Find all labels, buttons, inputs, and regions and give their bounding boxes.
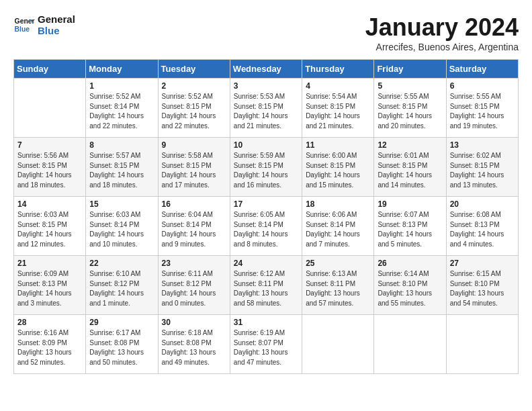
calendar-cell: 5Sunrise: 5:55 AM Sunset: 8:15 PM Daylig… (374, 79, 446, 138)
day-info: Sunrise: 6:14 AM Sunset: 8:10 PM Dayligh… (378, 269, 442, 308)
day-number: 7 (17, 140, 82, 150)
day-number: 25 (306, 259, 370, 268)
calendar-cell: 28Sunrise: 6:16 AM Sunset: 8:09 PM Dayli… (14, 315, 86, 374)
calendar-week-4: 21Sunrise: 6:09 AM Sunset: 8:13 PM Dayli… (14, 256, 519, 315)
day-info: Sunrise: 6:15 AM Sunset: 8:10 PM Dayligh… (450, 269, 515, 308)
calendar-cell: 31Sunrise: 6:19 AM Sunset: 8:07 PM Dayli… (230, 315, 302, 374)
day-number: 24 (234, 259, 298, 268)
calendar-cell: 4Sunrise: 5:54 AM Sunset: 8:15 PM Daylig… (302, 79, 374, 138)
calendar-cell: 8Sunrise: 5:57 AM Sunset: 8:15 PM Daylig… (86, 138, 158, 197)
day-number: 11 (306, 140, 370, 150)
day-info: Sunrise: 5:57 AM Sunset: 8:15 PM Dayligh… (89, 151, 154, 190)
calendar-cell: 11Sunrise: 6:00 AM Sunset: 8:15 PM Dayli… (302, 138, 374, 197)
day-info: Sunrise: 6:11 AM Sunset: 8:12 PM Dayligh… (162, 269, 226, 308)
calendar-cell (374, 315, 446, 374)
calendar-cell: 20Sunrise: 6:08 AM Sunset: 8:13 PM Dayli… (446, 197, 518, 256)
calendar-week-1: 1Sunrise: 5:52 AM Sunset: 8:14 PM Daylig… (14, 79, 519, 138)
day-number: 18 (306, 199, 370, 209)
day-number: 17 (234, 199, 298, 209)
day-info: Sunrise: 6:00 AM Sunset: 8:15 PM Dayligh… (306, 151, 370, 190)
calendar-cell: 27Sunrise: 6:15 AM Sunset: 8:10 PM Dayli… (446, 256, 518, 315)
day-info: Sunrise: 6:06 AM Sunset: 8:14 PM Dayligh… (306, 210, 370, 249)
calendar-cell: 21Sunrise: 6:09 AM Sunset: 8:13 PM Dayli… (14, 256, 86, 315)
day-number: 15 (89, 199, 154, 209)
day-info: Sunrise: 6:09 AM Sunset: 8:13 PM Dayligh… (17, 269, 82, 308)
day-info: Sunrise: 5:55 AM Sunset: 8:15 PM Dayligh… (450, 92, 515, 131)
day-number: 14 (17, 199, 82, 209)
day-info: Sunrise: 6:12 AM Sunset: 8:11 PM Dayligh… (234, 269, 298, 308)
calendar-cell: 2Sunrise: 5:52 AM Sunset: 8:15 PM Daylig… (158, 79, 230, 138)
svg-text:Blue: Blue (15, 26, 30, 33)
day-number: 28 (17, 318, 82, 327)
calendar-table: SundayMondayTuesdayWednesdayThursdayFrid… (13, 59, 519, 374)
day-info: Sunrise: 6:19 AM Sunset: 8:07 PM Dayligh… (234, 328, 298, 367)
day-number: 13 (450, 140, 515, 150)
day-number: 16 (162, 199, 226, 209)
calendar-cell: 25Sunrise: 6:13 AM Sunset: 8:11 PM Dayli… (302, 256, 374, 315)
day-info: Sunrise: 6:07 AM Sunset: 8:13 PM Dayligh… (378, 210, 442, 249)
month-title: January 2024 (365, 13, 519, 42)
day-number: 26 (378, 259, 442, 268)
day-number: 8 (89, 140, 154, 150)
logo-general: General (38, 13, 75, 25)
calendar-cell: 24Sunrise: 6:12 AM Sunset: 8:11 PM Dayli… (230, 256, 302, 315)
day-info: Sunrise: 6:13 AM Sunset: 8:11 PM Dayligh… (306, 269, 370, 308)
day-info: Sunrise: 6:17 AM Sunset: 8:08 PM Dayligh… (89, 328, 154, 367)
title-block: January 2024 Arrecifes, Buenos Aires, Ar… (365, 13, 519, 52)
day-number: 1 (89, 81, 154, 91)
day-info: Sunrise: 6:02 AM Sunset: 8:15 PM Dayligh… (450, 151, 515, 190)
calendar-cell: 30Sunrise: 6:18 AM Sunset: 8:08 PM Dayli… (158, 315, 230, 374)
calendar-cell: 3Sunrise: 5:53 AM Sunset: 8:15 PM Daylig… (230, 79, 302, 138)
calendar-cell: 17Sunrise: 6:05 AM Sunset: 8:14 PM Dayli… (230, 197, 302, 256)
weekday-header-thursday: Thursday (302, 60, 374, 79)
logo-icon: General Blue (13, 14, 35, 36)
weekday-header-friday: Friday (374, 60, 446, 79)
calendar-cell: 22Sunrise: 6:10 AM Sunset: 8:12 PM Dayli… (86, 256, 158, 315)
day-number: 23 (162, 259, 226, 268)
logo: General Blue General Blue (13, 13, 75, 37)
day-number: 19 (378, 199, 442, 209)
weekday-header-saturday: Saturday (446, 60, 518, 79)
day-info: Sunrise: 5:55 AM Sunset: 8:15 PM Dayligh… (378, 92, 442, 131)
calendar-cell: 7Sunrise: 5:56 AM Sunset: 8:15 PM Daylig… (14, 138, 86, 197)
day-info: Sunrise: 6:05 AM Sunset: 8:14 PM Dayligh… (234, 210, 298, 249)
day-number: 20 (450, 199, 515, 209)
weekday-header-tuesday: Tuesday (158, 60, 230, 79)
calendar-week-5: 28Sunrise: 6:16 AM Sunset: 8:09 PM Dayli… (14, 315, 519, 374)
page-header: General Blue General Blue January 2024 A… (13, 13, 519, 52)
day-info: Sunrise: 6:01 AM Sunset: 8:15 PM Dayligh… (378, 151, 442, 190)
calendar-week-3: 14Sunrise: 6:03 AM Sunset: 8:15 PM Dayli… (14, 197, 519, 256)
calendar-cell: 14Sunrise: 6:03 AM Sunset: 8:15 PM Dayli… (14, 197, 86, 256)
day-number: 9 (162, 140, 226, 150)
calendar-cell: 1Sunrise: 5:52 AM Sunset: 8:14 PM Daylig… (86, 79, 158, 138)
logo-blue: Blue (38, 25, 75, 36)
calendar-cell: 29Sunrise: 6:17 AM Sunset: 8:08 PM Dayli… (86, 315, 158, 374)
day-info: Sunrise: 6:03 AM Sunset: 8:14 PM Dayligh… (89, 210, 154, 249)
calendar-cell (446, 315, 518, 374)
day-number: 27 (450, 259, 515, 268)
day-number: 2 (162, 81, 226, 91)
day-info: Sunrise: 6:10 AM Sunset: 8:12 PM Dayligh… (89, 269, 154, 308)
day-info: Sunrise: 5:53 AM Sunset: 8:15 PM Dayligh… (234, 92, 298, 131)
day-info: Sunrise: 5:52 AM Sunset: 8:14 PM Dayligh… (89, 92, 154, 131)
weekday-header-wednesday: Wednesday (230, 60, 302, 79)
calendar-cell: 16Sunrise: 6:04 AM Sunset: 8:14 PM Dayli… (158, 197, 230, 256)
calendar-cell: 15Sunrise: 6:03 AM Sunset: 8:14 PM Dayli… (86, 197, 158, 256)
calendar-cell: 23Sunrise: 6:11 AM Sunset: 8:12 PM Dayli… (158, 256, 230, 315)
calendar-cell: 12Sunrise: 6:01 AM Sunset: 8:15 PM Dayli… (374, 138, 446, 197)
calendar-cell: 9Sunrise: 5:58 AM Sunset: 8:15 PM Daylig… (158, 138, 230, 197)
day-number: 4 (306, 81, 370, 91)
day-info: Sunrise: 6:03 AM Sunset: 8:15 PM Dayligh… (17, 210, 82, 249)
day-info: Sunrise: 5:59 AM Sunset: 8:15 PM Dayligh… (234, 151, 298, 190)
day-info: Sunrise: 5:52 AM Sunset: 8:15 PM Dayligh… (162, 92, 226, 131)
day-number: 12 (378, 140, 442, 150)
calendar-cell (302, 315, 374, 374)
weekday-header-row: SundayMondayTuesdayWednesdayThursdayFrid… (14, 60, 519, 79)
day-info: Sunrise: 5:56 AM Sunset: 8:15 PM Dayligh… (17, 151, 82, 190)
day-number: 30 (162, 318, 226, 327)
calendar-body: 1Sunrise: 5:52 AM Sunset: 8:14 PM Daylig… (14, 79, 519, 374)
day-info: Sunrise: 5:58 AM Sunset: 8:15 PM Dayligh… (162, 151, 226, 190)
day-info: Sunrise: 6:18 AM Sunset: 8:08 PM Dayligh… (162, 328, 226, 367)
calendar-cell: 6Sunrise: 5:55 AM Sunset: 8:15 PM Daylig… (446, 79, 518, 138)
day-number: 3 (234, 81, 298, 91)
